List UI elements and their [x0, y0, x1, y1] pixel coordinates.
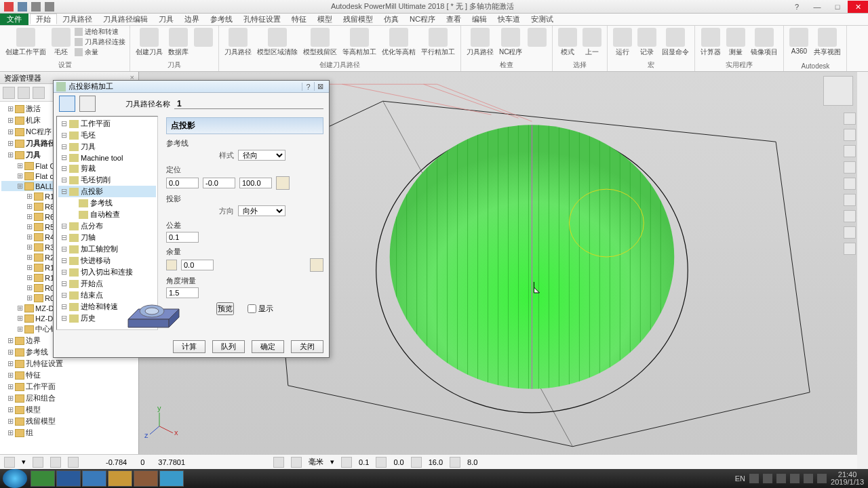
ribbon-创建刀具[interactable]: 创建刀具	[134, 27, 164, 58]
menu-tab-15[interactable]: 安测试	[526, 14, 559, 24]
task-app-5[interactable]	[134, 470, 158, 487]
tree-node[interactable]: ⊞残留模型	[1, 415, 137, 427]
dialog-tree-node[interactable]: ⊟Machine tool	[58, 152, 156, 163]
ribbon-测量[interactable]: 测量	[725, 27, 747, 58]
menu-tab-0[interactable]: 开始	[30, 14, 57, 24]
ribbon-刀具路径[interactable]: 刀具路径	[465, 27, 495, 58]
help-icon[interactable]: ?	[787, 1, 807, 13]
allowance-extra-icon[interactable]	[310, 258, 323, 272]
task-app-6[interactable]	[159, 470, 184, 487]
ribbon-模式[interactable]: 模式	[557, 27, 578, 58]
direction-select[interactable]: 向外	[238, 205, 285, 216]
ribbon-优化等高精[interactable]: 优化等高精	[380, 27, 417, 58]
tree-node[interactable]: ⊞层和组合	[1, 392, 137, 404]
task-app-1[interactable]	[31, 470, 55, 487]
tree-node[interactable]: ⊞孔特征设置	[1, 358, 137, 369]
tree-node[interactable]: ⊞特征	[1, 369, 137, 381]
dialog-tree-node[interactable]: ⊟毛坯	[58, 129, 156, 141]
show-checkbox[interactable]	[248, 304, 256, 313]
tree-node[interactable]: ⊞组	[1, 427, 137, 439]
queue-button[interactable]: 队列	[212, 340, 245, 353]
ribbon-镜像项目[interactable]: 镜像项目	[749, 27, 779, 58]
tolerance-input[interactable]	[166, 232, 199, 243]
menu-tab-11[interactable]: NC程序	[404, 14, 441, 24]
loc-pick-icon[interactable]	[276, 176, 290, 190]
menu-tab-13[interactable]: 编辑	[467, 14, 492, 24]
loc-y-input[interactable]	[203, 178, 235, 188]
tray-icon-1[interactable]	[749, 474, 759, 483]
ribbon-平行精加工[interactable]: 平行精加工	[420, 27, 456, 58]
ribbon-mini[interactable]: 刀具路径连接	[75, 37, 125, 47]
close-dialog-button[interactable]: 关闭	[291, 340, 323, 353]
task-app-2[interactable]	[56, 470, 81, 487]
dialog-tree-node[interactable]: ⊟剪裁	[58, 163, 156, 174]
tray-icon-4[interactable]	[790, 474, 800, 483]
unit-icon[interactable]	[273, 457, 284, 468]
status-icon-3[interactable]	[50, 457, 61, 468]
tray-icon-2[interactable]	[763, 474, 772, 483]
status-icon-1[interactable]	[4, 457, 15, 468]
close-button[interactable]: ✕	[848, 1, 868, 13]
loc-x-input[interactable]	[166, 178, 199, 188]
file-menu[interactable]: 文件	[0, 14, 28, 25]
dialog-tree-node[interactable]: ⊟刀具	[58, 141, 156, 152]
dialog-tree-node[interactable]: ⊟快进移动	[58, 255, 156, 266]
unit-icon-2[interactable]	[291, 457, 302, 468]
dialog-tab-1[interactable]	[59, 96, 75, 112]
explorer-tool-1[interactable]	[3, 87, 15, 99]
menu-tab-4[interactable]: 边界	[179, 14, 205, 24]
ribbon-NC程序[interactable]: NC程序	[498, 27, 524, 58]
dialog-tree-node[interactable]: 自动检查	[58, 209, 156, 220]
menu-tab-6[interactable]: 孔特征设置	[238, 14, 286, 24]
view-tool-4[interactable]	[844, 161, 856, 174]
menu-tab-3[interactable]: 刀具	[153, 14, 179, 24]
ime-indicator[interactable]: EN	[735, 474, 745, 483]
dialog-tree-node[interactable]: ⊟切入切出和连接	[58, 266, 156, 278]
calc-button[interactable]: 计算	[173, 340, 205, 353]
task-app-4[interactable]	[108, 470, 132, 487]
ribbon-记录[interactable]: 记录	[636, 27, 658, 58]
ribbon-mini[interactable]: 余量	[75, 47, 125, 57]
menu-tab-5[interactable]: 参考线	[205, 14, 238, 24]
ok-button[interactable]: 确定	[252, 340, 284, 353]
allowance-icon[interactable]	[166, 260, 177, 270]
dialog-tree-node[interactable]: ⊟加工轴控制	[58, 243, 156, 255]
ribbon-模型区域清除[interactable]: 模型区域清除	[256, 27, 299, 58]
tree-node[interactable]: ⊞工作平面	[1, 381, 137, 392]
ribbon-A360[interactable]: A360	[788, 27, 810, 56]
menu-tab-7[interactable]: 特征	[286, 14, 312, 24]
status-icon-4[interactable]	[68, 457, 79, 468]
ribbon-毛坯[interactable]: 毛坯	[50, 27, 72, 58]
minimize-button[interactable]: —	[807, 1, 827, 13]
dialog-tree-node[interactable]: ⊟刀轴	[58, 232, 156, 243]
view-tool-9[interactable]	[844, 243, 856, 255]
menu-tab-8[interactable]: 模型	[312, 14, 338, 24]
tree-node[interactable]: ⊞模型	[1, 404, 137, 415]
dialog-tree-node[interactable]: ⊟点投影	[58, 186, 156, 197]
task-app-3[interactable]	[82, 470, 106, 487]
maximize-button[interactable]: □	[827, 1, 848, 13]
dialog-tree-node[interactable]: ⊟工作平面	[58, 118, 156, 129]
menu-tab-9[interactable]: 残留模型	[338, 14, 378, 24]
start-button[interactable]	[3, 469, 27, 488]
dialog-tree-node[interactable]: ⊟点分布	[58, 220, 156, 232]
menu-tab-10[interactable]: 仿真	[378, 14, 404, 24]
ribbon-共享视图[interactable]: 共享视图	[812, 27, 842, 58]
qat-save-icon[interactable]	[18, 2, 27, 12]
preview-button[interactable]: 预览	[216, 302, 234, 315]
view-tool-3[interactable]	[844, 145, 856, 157]
allowance-input[interactable]	[181, 260, 214, 270]
ribbon-数据库[interactable]: 数据库	[167, 27, 190, 58]
ribbon-刀具路径[interactable]: 刀具路径	[223, 27, 253, 58]
view-tool-6[interactable]	[844, 194, 856, 206]
dialog-tree-node[interactable]: 参考线	[58, 197, 156, 209]
view-tool-2[interactable]	[844, 129, 856, 141]
ribbon-模型残留区[interactable]: 模型残留区	[302, 27, 338, 58]
status-icon-2[interactable]	[33, 457, 43, 468]
explorer-tool-2[interactable]	[18, 87, 30, 99]
view-tool-7[interactable]	[844, 210, 856, 222]
menu-tab-2[interactable]: 刀具路径编辑	[98, 14, 153, 24]
toolpath-name-input[interactable]: 1	[174, 99, 323, 109]
view-tool-5[interactable]	[844, 178, 856, 190]
view-tool-1[interactable]	[844, 113, 856, 125]
